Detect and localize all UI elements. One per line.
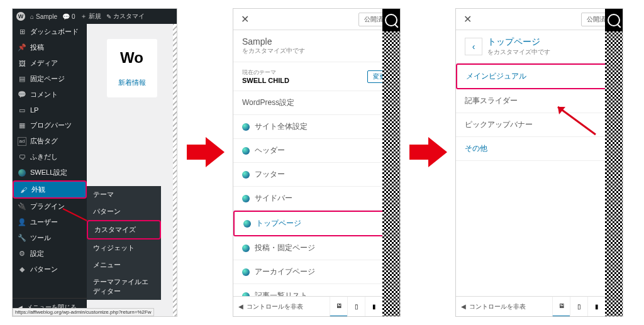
swell-dot-icon bbox=[242, 123, 250, 131]
customizer-item-footer[interactable]: フッター› bbox=[233, 163, 400, 187]
customizer-item-archive[interactable]: アーカイブページ› bbox=[233, 260, 400, 284]
customizer-topbar: ✕ 公開済み bbox=[233, 9, 400, 30]
device-tablet-button[interactable]: ▯ bbox=[570, 297, 587, 317]
theme-section-label: 現在のテーマ bbox=[242, 69, 289, 77]
customizer-item-label: トップページ bbox=[256, 218, 301, 229]
new-info-link[interactable]: 新着情報 bbox=[112, 78, 152, 87]
sidebar-item-dashboard[interactable]: ⊞ダッシュボード bbox=[13, 24, 87, 40]
topbar-site[interactable]: ⌂ Sample bbox=[30, 13, 57, 20]
sidebar-item-label: ダッシュボード bbox=[30, 27, 79, 36]
topbar-customize[interactable]: ✎ カスタマイ bbox=[106, 12, 145, 21]
swell-dot-icon bbox=[243, 220, 251, 228]
sidebar-item-balloon[interactable]: 🗨ふきだし bbox=[13, 149, 87, 165]
close-button[interactable]: ✕ bbox=[461, 11, 474, 28]
wordpress-logo-icon[interactable]: W bbox=[16, 12, 25, 21]
sidebar-item-lp[interactable]: ▭LP bbox=[13, 102, 87, 118]
media-icon: 🖼 bbox=[18, 59, 26, 68]
comment-icon: 💬 bbox=[18, 91, 26, 99]
hide-controls-button[interactable]: ◀コントロールを非表 bbox=[456, 302, 552, 311]
theme-name: SWELL CHILD bbox=[242, 77, 289, 84]
collapse-left-icon: ◀ bbox=[461, 303, 466, 310]
sidebar-item-adtag[interactable]: ad広告タグ bbox=[13, 133, 87, 149]
sidebar-item-tools[interactable]: 🔧ツール bbox=[13, 230, 87, 246]
sidebar-item-plugins[interactable]: 🔌プラグイン bbox=[13, 199, 87, 214]
page-icon: ▤ bbox=[18, 75, 26, 84]
sidebar-item-label: 外観 bbox=[31, 185, 45, 194]
back-button[interactable]: ‹ bbox=[465, 38, 482, 55]
flyout-item-patterns[interactable]: パターン bbox=[87, 203, 161, 220]
topbar-new[interactable]: ＋ 新規 bbox=[80, 12, 101, 21]
sidebar-item-swell[interactable]: SWELL設定 bbox=[13, 165, 87, 180]
admin-top-bar: W ⌂ Sample 💬 0 ＋ 新規 ✎ カスタマイ bbox=[13, 9, 177, 24]
device-desktop-button[interactable]: 🖥 bbox=[330, 297, 347, 317]
sidebar-item-label: 固定ページ bbox=[30, 74, 65, 84]
device-mobile-button[interactable]: ▮ bbox=[365, 297, 382, 317]
search-icon[interactable] bbox=[608, 14, 620, 26]
customizer-item-header[interactable]: ヘッダー› bbox=[233, 139, 400, 163]
customizer-item-label: ヘッダー bbox=[255, 145, 285, 156]
topbar-customize-label: カスタマイ bbox=[113, 12, 145, 21]
gear-icon: ⚙ bbox=[18, 250, 26, 258]
sidebar-item-comments[interactable]: 💬コメント bbox=[13, 87, 87, 102]
customizer-item-label: サイドバー bbox=[255, 193, 292, 204]
sidebar-item-blogparts[interactable]: ▦ブログパーツ bbox=[13, 118, 87, 133]
sidebar-item-label: 設定 bbox=[30, 249, 44, 258]
customizer-footer: ◀コントロールを非表 🖥 ▯ ▮ bbox=[456, 296, 605, 316]
device-tablet-button[interactable]: ▯ bbox=[347, 297, 365, 317]
sidebar-item-label: ふきだし bbox=[30, 152, 58, 162]
balloon-icon: 🗨 bbox=[18, 153, 26, 162]
flyout-item-theme-editor[interactable]: テーマファイルエディター bbox=[87, 273, 161, 300]
topbar-new-label: 新規 bbox=[89, 12, 101, 21]
swell-icon bbox=[18, 168, 26, 177]
sidebar-item-pages[interactable]: ▤固定ページ bbox=[13, 71, 87, 87]
ad-icon: ad bbox=[18, 137, 26, 146]
customizer-item-post-slider[interactable]: 記事スライダー› bbox=[456, 89, 623, 113]
customizer-item-toppage[interactable]: トップページ› bbox=[233, 211, 400, 236]
hide-controls-button[interactable]: ◀コントロールを非表 bbox=[233, 302, 330, 311]
search-icon[interactable] bbox=[385, 14, 397, 26]
customizer-title: トップページ bbox=[487, 36, 550, 48]
customizer-toppage-panel: ✕ 公開済み ‹ トップページ をカスタマイズ中です メインビジュアル› 記事ス… bbox=[455, 8, 623, 317]
parts-icon: ▦ bbox=[18, 121, 26, 130]
customizer-item-main-visual[interactable]: メインビジュアル› bbox=[456, 63, 623, 89]
theme-section: 現在のテーマ SWELL CHILD 変更 bbox=[233, 62, 400, 91]
customizer-item-label: サイト全体設定 bbox=[255, 121, 308, 132]
admin-sidebar: ⊞ダッシュボード 📌投稿 🖼メディア ▤固定ページ 💬コメント ▭LP ▦ブログ… bbox=[13, 24, 87, 316]
appearance-flyout: テーマ パターン カスタマイズ ウィジェット メニュー テーマファイルエディター bbox=[87, 186, 161, 300]
hide-controls-label: コントロールを非表 bbox=[469, 302, 526, 311]
customizer-item-post-page[interactable]: 投稿・固定ページ› bbox=[233, 236, 400, 260]
sidebar-item-posts[interactable]: 📌投稿 bbox=[13, 40, 87, 55]
flyout-item-customize[interactable]: カスタマイズ bbox=[87, 220, 161, 240]
pin-icon: 📌 bbox=[18, 43, 26, 52]
sidebar-item-users[interactable]: 👤ユーザー bbox=[13, 214, 87, 230]
plugin-icon: 🔌 bbox=[18, 202, 26, 211]
sidebar-item-label: ユーザー bbox=[30, 218, 58, 227]
customizer-item-site[interactable]: サイト全体設定› bbox=[233, 115, 400, 139]
sidebar-item-label: ツール bbox=[30, 233, 51, 243]
site-preview-card: Wo 新着情報 bbox=[107, 39, 157, 97]
customizer-item-label: その他 bbox=[465, 143, 487, 154]
step-arrow-icon bbox=[186, 137, 225, 167]
customizer-item-sidebar[interactable]: サイドバー› bbox=[233, 187, 400, 211]
close-button[interactable]: ✕ bbox=[238, 11, 252, 28]
sidebar-item-appearance[interactable]: 🖌外観 bbox=[13, 180, 87, 199]
swell-dot-icon bbox=[242, 195, 250, 202]
step-arrow-icon bbox=[409, 137, 448, 167]
device-mobile-button[interactable]: ▮ bbox=[587, 297, 605, 317]
device-desktop-button[interactable]: 🖥 bbox=[552, 297, 570, 317]
lp-icon: ▭ bbox=[18, 106, 26, 114]
sidebar-item-patterns[interactable]: ◆パターン bbox=[13, 262, 87, 277]
customizer-item-other[interactable]: その他› bbox=[456, 137, 623, 161]
sidebar-item-settings[interactable]: ⚙設定 bbox=[13, 246, 87, 262]
customizer-item-pickup-banner[interactable]: ピックアップバナー› bbox=[456, 113, 623, 137]
sidebar-item-media[interactable]: 🖼メディア bbox=[13, 55, 87, 71]
customizer-header: Sample をカスタマイズ中です bbox=[233, 30, 400, 62]
flyout-item-themes[interactable]: テーマ bbox=[87, 186, 161, 203]
topbar-comments[interactable]: 💬 0 bbox=[62, 13, 75, 20]
swell-dot-icon bbox=[242, 268, 250, 276]
customizer-item-wp-settings[interactable]: WordPress設定 › bbox=[233, 91, 400, 115]
flyout-item-widgets[interactable]: ウィジェット bbox=[87, 240, 161, 256]
customizer-subtitle: をカスタマイズ中です bbox=[242, 47, 305, 55]
customizer-footer: ◀コントロールを非表 🖥 ▯ ▮ bbox=[233, 296, 382, 316]
flyout-item-menus[interactable]: メニュー bbox=[87, 256, 161, 273]
